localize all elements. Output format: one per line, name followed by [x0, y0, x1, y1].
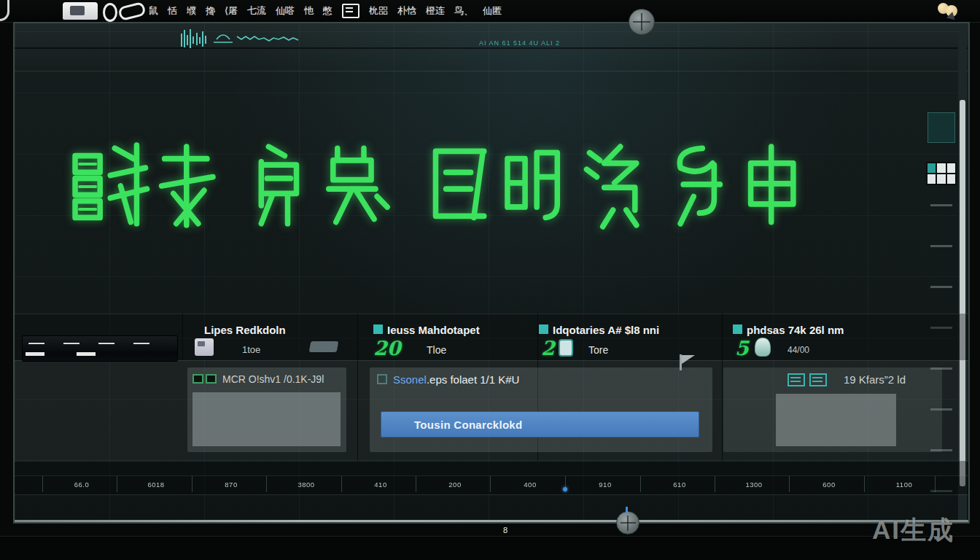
teal-square-icon: [733, 324, 742, 334]
app-box-icon[interactable]: [342, 4, 359, 18]
stat-value: 2: [541, 338, 555, 358]
tick-separator: [341, 476, 342, 492]
tick-label: 1100: [881, 481, 928, 489]
stat-value: 5: [735, 338, 749, 358]
tick-label: 410: [357, 481, 404, 489]
glyph-5: [435, 151, 483, 217]
tick-label: 610: [656, 481, 703, 489]
menu-item-3[interactable]: 㙸: [187, 4, 196, 18]
menu-item-6[interactable]: 七流: [247, 4, 266, 18]
list-toggle-icon[interactable]: [788, 373, 805, 386]
teal-square-icon: [373, 324, 383, 334]
stat-title: Ieuss Mahdotapet: [387, 324, 480, 336]
file-link[interactable]: Ssonel: [393, 373, 427, 386]
panel-center-header: Ssonel.eps folaet 1/1 K#U: [393, 373, 519, 386]
tick-separator: [490, 476, 491, 492]
tick-separator: [42, 476, 43, 492]
window-frame-curve: [0, 0, 9, 21]
printer-device-icon[interactable]: [63, 2, 98, 20]
gear-icon[interactable]: [629, 9, 655, 35]
seam-line: [15, 47, 968, 49]
panel-right-preview[interactable]: [776, 394, 896, 446]
waveform-sketch-icon: [179, 28, 314, 50]
menu-item-row: 鼠 恬 㙸 搀 ⟨屠 七流 仙嗒 忚 憋 㭇㗊 朴㤷 橙连 鸟、 仙匿: [149, 0, 502, 22]
menu-item-13[interactable]: 鸟、: [454, 4, 473, 18]
tick-label: 6018: [133, 481, 179, 489]
status-readout: AI AN 61 514 4U ALI 2: [479, 39, 560, 47]
tick-separator: [192, 476, 192, 492]
menu-item-4[interactable]: 搀: [206, 4, 215, 18]
panel-right-header[interactable]: 19 Kfars”2 ld: [844, 373, 906, 386]
glyph-7: [586, 147, 636, 227]
stat-title: phdsas 74k 26l nm: [747, 324, 844, 336]
blue-tick-marker: [626, 507, 628, 513]
file-link-rest: .eps folaet 1/1 K#U: [427, 373, 520, 386]
menu-item-7[interactable]: 仙嗒: [276, 4, 295, 18]
tick-separator: [117, 476, 117, 492]
primary-action-label: Tousin Conarcklokd: [414, 419, 522, 431]
tick-label: 200: [432, 481, 478, 489]
menu-item-2[interactable]: 恬: [168, 4, 177, 18]
tick-label: 910: [582, 481, 629, 489]
menu-item-12[interactable]: 橙连: [426, 4, 445, 18]
checkbox-icon[interactable]: [206, 374, 217, 384]
stat-value: 20: [373, 338, 401, 358]
glyph-8: [680, 148, 720, 223]
tick-label: 400: [507, 481, 553, 489]
stat-title: Lipes Redkdoln: [204, 324, 286, 336]
stat-unit: 44/00: [788, 345, 809, 355]
tab-shape-icon[interactable]: [309, 341, 339, 352]
checkbox-icon[interactable]: [192, 374, 203, 384]
stat-card-1: Lipes Redkdoln 1toe: [15, 23, 968, 41]
sidebar-thumbnail[interactable]: [928, 112, 955, 143]
tick-separator: [715, 476, 715, 492]
panel-center: Ssonel.eps folaet 1/1 K#U Tousin Conarck…: [370, 368, 712, 452]
grid-line: [15, 71, 968, 71]
glossy-scrub-bar[interactable]: [22, 335, 178, 362]
tick-separator: [864, 476, 865, 492]
primary-action-button[interactable]: Tousin Conarcklokd: [381, 411, 699, 438]
grid-view-icon[interactable]: [926, 162, 957, 185]
column-divider: [182, 314, 183, 360]
glyph-1: [75, 145, 147, 224]
menu-item-10[interactable]: 㭇㗊: [369, 4, 388, 18]
menu-item-1[interactable]: 鼠: [149, 4, 158, 18]
checkbox-icon[interactable]: [377, 374, 387, 384]
glyph-9: [751, 147, 793, 222]
stat-title: Idqotaries A# $l8 nni: [553, 324, 659, 336]
menu-item-8[interactable]: 忚: [304, 4, 314, 18]
gear-icon[interactable]: [616, 511, 639, 534]
menu-item-14[interactable]: 仙匿: [483, 4, 502, 18]
glyph-2: [162, 147, 213, 225]
glyph-4: [329, 148, 387, 222]
teal-square-icon: [539, 324, 548, 334]
menu-item-11[interactable]: 朴㤷: [397, 4, 416, 18]
avatar-icon[interactable]: [938, 3, 960, 19]
menu-item-5[interactable]: ⟨屠: [225, 4, 238, 18]
grid-line: [15, 314, 968, 314]
stat-unit: 1toe: [242, 344, 260, 355]
list-toggle-icon[interactable]: [809, 373, 827, 386]
column-divider: [357, 314, 358, 461]
bottom-rule: [15, 520, 968, 524]
panel-left-preview[interactable]: [192, 392, 341, 446]
printer-icon[interactable]: [195, 338, 214, 356]
page-indicator: 8: [503, 526, 508, 534]
taskbar: Acsanic Ans 器 极 类绍功: [0, 536, 980, 560]
ai-generated-watermark: AI生成: [872, 513, 954, 548]
tick-separator: [640, 476, 641, 492]
app-window: 鼠 恬 㙸 搀 ⟨屠 七流 仙嗒 忚 憋 㭇㗊 朴㤷 橙连 鸟、 仙匿 AI A…: [0, 0, 980, 560]
grid-line: [15, 461, 968, 462]
badge-icon[interactable]: [559, 339, 573, 357]
column-divider: [722, 314, 723, 461]
mouse-pill-icon[interactable]: [117, 1, 147, 21]
tick-label: 870: [208, 481, 254, 489]
menubar: 鼠 恬 㙸 搀 ⟨屠 七流 仙嗒 忚 憋 㭇㗊 朴㤷 橙连 鸟、 仙匿: [0, 0, 980, 23]
ring-icon[interactable]: [103, 3, 117, 22]
panel-left-header[interactable]: MCR O!shv1 /0.1K-J9l: [222, 373, 324, 385]
stat-unit: Tore: [588, 344, 608, 356]
tick-label: 66.0: [58, 481, 105, 489]
database-cylinder-icon[interactable]: [755, 338, 771, 357]
menu-item-9[interactable]: 憋: [323, 4, 332, 18]
tick-label: 1300: [731, 481, 777, 489]
